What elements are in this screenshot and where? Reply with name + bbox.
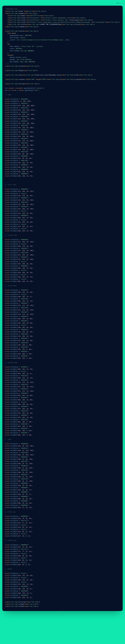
restore-icon[interactable]: ▢: [119, 2, 120, 4]
copy-icon[interactable]: ⧉: [117, 2, 118, 4]
code-listing: <!DOCTYPE html>class="tok-tag"><html lan…: [5, 8, 120, 608]
close-icon[interactable]: ✕: [122, 2, 123, 4]
code-card: <!DOCTYPE html>class="tok-tag"><html lan…: [2, 6, 123, 611]
footer-ellipsis: ...: [2, 611, 123, 616]
window-controls: ⧉ ▢ ✕: [2, 2, 123, 6]
